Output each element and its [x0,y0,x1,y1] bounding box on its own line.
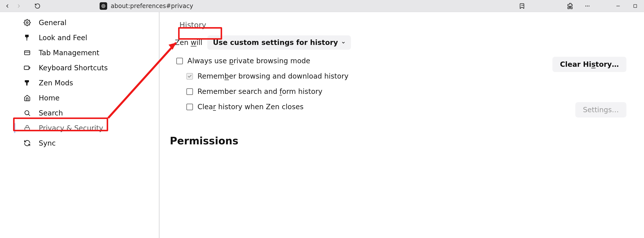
gear-icon [23,19,31,27]
sidebar-item-search[interactable]: Search [21,105,151,121]
svg-rect-7 [634,5,637,8]
browser-toolbar: about:preferences#privacy [0,0,644,12]
sidebar-item-label: General [39,19,66,27]
chevron-down-icon [341,41,345,45]
svg-rect-9 [25,51,30,55]
home-icon [23,94,31,102]
svg-line-13 [28,114,30,115]
sidebar-item-privacy-security[interactable]: Privacy & Security [21,121,151,136]
svg-point-4 [587,6,588,7]
checkbox-unchecked-icon[interactable] [186,104,193,110]
sidebar-item-home[interactable]: Home [21,90,151,105]
sidebar-item-label: Zen Mods [39,79,73,87]
maximize-window-button[interactable] [631,1,639,11]
paintbrush-icon [23,34,31,42]
menu-button[interactable] [583,1,592,11]
sidebar-item-label: Search [39,109,63,117]
history-mode-row: Zen will Use custom settings for history [175,35,629,50]
svg-rect-14 [25,128,30,131]
checkbox-unchecked-icon[interactable] [186,88,193,95]
sidebar-item-label: Privacy & Security [39,124,103,132]
mods-icon [23,79,31,87]
option-label: Clear history when Zen closes [197,103,304,111]
svg-point-1 [103,5,104,7]
remember-browsing-option: Remember browsing and download history [176,72,348,80]
search-icon [23,109,31,117]
tab-icon [23,49,31,57]
sidebar-item-zen-mods[interactable]: Zen Mods [21,75,151,90]
forward-button[interactable] [14,1,24,11]
svg-point-0 [102,4,105,8]
url-text: about:preferences#privacy [111,3,193,10]
site-identity-icon [100,2,107,10]
checkbox-unchecked-icon[interactable] [176,58,183,64]
sidebar-item-label: Tab Management [39,49,99,57]
history-mode-value: Use custom settings for history [213,38,338,47]
sidebar-item-general[interactable]: General [21,15,151,30]
svg-rect-11 [24,66,29,70]
sidebar-item-label: Sync [39,139,56,147]
remember-search-option[interactable]: Remember search and form history [176,87,348,96]
option-label: Remember search and form history [197,87,323,96]
main-content: History Zen will Use custom settings for… [160,12,644,238]
option-label: Always use private browsing mode [187,57,310,65]
history-mode-label: Zen will [175,38,202,47]
sidebar-item-keyboard-shortcuts[interactable]: Keyboard Shortcuts [21,60,151,75]
private-mode-option[interactable]: Always use private browsing mode [176,57,348,65]
sidebar-item-label: Keyboard Shortcuts [39,64,108,72]
bookmark-button[interactable] [518,1,526,11]
sidebar-item-label: Look and Feel [39,34,87,42]
sidebar-item-sync[interactable]: Sync [21,136,151,151]
minimize-window-button[interactable] [614,1,622,11]
svg-point-3 [585,6,586,7]
sidebar-item-tab-management[interactable]: Tab Management [21,45,151,60]
extensions-button[interactable] [566,1,575,11]
svg-point-5 [589,6,590,7]
option-label: Remember browsing and download history [197,72,348,80]
category-sidebar: General Look and Feel Tab Management Key… [0,12,160,238]
sidebar-item-look-and-feel[interactable]: Look and Feel [21,30,151,45]
permissions-heading: Permissions [170,135,634,147]
history-heading: History [175,20,211,30]
sidebar-item-label: Home [39,94,60,102]
history-settings-button: Settings… [575,102,626,117]
keyboard-shortcut-icon [23,64,31,72]
checkbox-checked-disabled-icon [186,73,193,80]
clear-history-button[interactable]: Clear History… [552,57,626,72]
clear-on-close-option[interactable]: Clear history when Zen closes [176,103,348,111]
reload-button[interactable] [33,1,42,11]
lock-icon [23,124,31,132]
history-section: History Zen will Use custom settings for… [170,12,634,120]
svg-point-8 [26,22,28,24]
history-mode-select[interactable]: Use custom settings for history [207,35,351,50]
preferences-page: General Look and Feel Tab Management Key… [0,12,644,238]
back-button[interactable] [3,1,12,11]
scrollbar-track[interactable] [634,12,644,238]
sync-icon [23,139,31,147]
url-bar[interactable]: about:preferences#privacy [100,2,516,10]
